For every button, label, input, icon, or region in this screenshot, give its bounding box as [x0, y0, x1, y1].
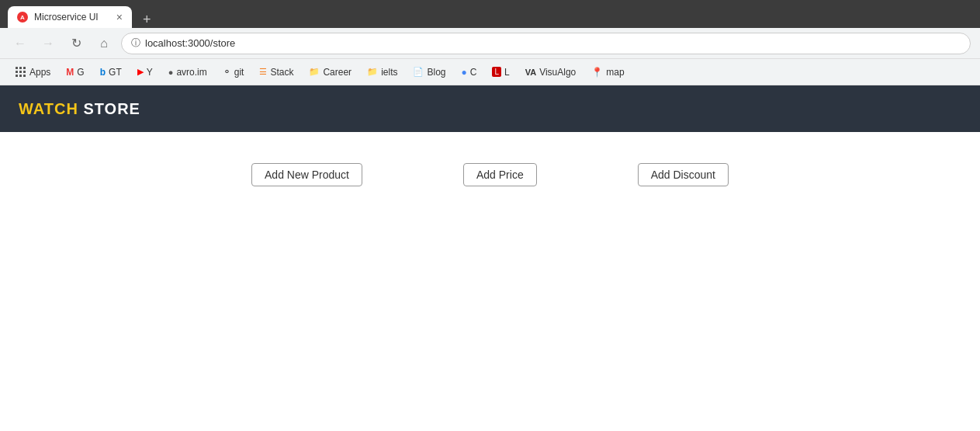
- tab-title: Microservice UI: [34, 12, 110, 23]
- tab-close-button[interactable]: ×: [116, 12, 123, 23]
- reload-icon: ↻: [71, 36, 81, 50]
- home-icon: ⌂: [100, 36, 108, 50]
- home-button[interactable]: ⌂: [93, 33, 115, 54]
- tab-bar: A Microservice UI × +: [8, 0, 158, 28]
- page-body: Add New Product Add Price Add Discount: [0, 132, 980, 427]
- bookmark-c[interactable]: ● C: [455, 64, 483, 80]
- bookmark-blog[interactable]: 📄 Blog: [407, 64, 452, 80]
- visusalgo-icon: VA: [525, 68, 536, 77]
- map-icon: 📍: [591, 67, 603, 78]
- apps-label: Apps: [29, 67, 50, 78]
- git-icon: ⚬: [223, 66, 231, 78]
- reload-button[interactable]: ↻: [65, 33, 87, 54]
- bookmark-ielts[interactable]: 📁 ielts: [361, 64, 403, 80]
- gmail-icon: M: [66, 67, 74, 78]
- bookmark-visusalgo[interactable]: VA VisuAlgo: [519, 64, 583, 80]
- bookmarks-bar: Apps M G b GT ▶ Y ● avro.im ⚬ git ☰ Stac…: [0, 59, 980, 85]
- add-discount-button[interactable]: Add Discount: [638, 163, 729, 186]
- action-buttons-row: Add New Product Add Price Add Discount: [251, 163, 729, 186]
- url-text: localhost:3000/store: [145, 37, 235, 49]
- bookmark-l[interactable]: L L: [486, 64, 515, 80]
- lock-icon: ⓘ: [131, 36, 140, 50]
- visusalgo-label: VisuAlgo: [539, 67, 576, 78]
- map-label: map: [606, 67, 624, 78]
- title-watch: WATCH: [19, 100, 78, 117]
- bookmark-career[interactable]: 📁 Career: [303, 64, 358, 80]
- l-label: L: [504, 67, 510, 78]
- git-label: git: [234, 67, 244, 78]
- avro-icon: ●: [168, 68, 174, 77]
- add-new-product-button[interactable]: Add New Product: [251, 163, 362, 186]
- bookmark-map[interactable]: 📍 map: [585, 64, 630, 80]
- address-bar[interactable]: ⓘ localhost:3000/store: [121, 33, 971, 54]
- new-tab-button[interactable]: +: [137, 12, 158, 28]
- bing-label: GT: [109, 67, 122, 78]
- avro-label: avro.im: [176, 67, 206, 78]
- ielts-label: ielts: [381, 67, 397, 78]
- stack-icon: ☰: [259, 67, 267, 77]
- forward-icon: →: [42, 36, 54, 50]
- blog-label: Blog: [427, 67, 445, 78]
- youtube-icon: ▶: [137, 67, 144, 77]
- bing-icon: b: [100, 67, 106, 78]
- forward-button[interactable]: →: [37, 33, 59, 54]
- youtube-label: Y: [147, 67, 153, 78]
- bookmark-apps[interactable]: Apps: [9, 64, 57, 80]
- bookmark-bing[interactable]: b GT: [94, 64, 128, 80]
- stack-label: Stack: [270, 67, 293, 78]
- ielts-icon: 📁: [367, 67, 378, 77]
- title-store: STORE: [78, 100, 140, 117]
- tab-favicon: A: [17, 12, 28, 23]
- apps-grid-icon: [16, 67, 26, 78]
- l-icon: L: [492, 67, 501, 77]
- page-header: WATCH STORE: [0, 85, 980, 132]
- gmail-label: G: [77, 67, 84, 78]
- back-button[interactable]: ←: [9, 33, 31, 54]
- bookmark-gmail[interactable]: M G: [60, 64, 90, 80]
- blog-icon: 📄: [413, 67, 424, 77]
- browser-chrome: A Microservice UI × +: [0, 0, 980, 28]
- career-icon: 📁: [309, 67, 320, 77]
- nav-bar: ← → ↻ ⌂ ⓘ localhost:3000/store: [0, 28, 980, 59]
- back-icon: ←: [14, 36, 26, 50]
- c-icon: ●: [462, 67, 467, 78]
- bookmark-avro[interactable]: ● avro.im: [162, 64, 213, 80]
- c-label: C: [470, 67, 477, 78]
- career-label: Career: [323, 67, 351, 78]
- bookmark-youtube[interactable]: ▶ Y: [131, 64, 159, 80]
- bookmark-git[interactable]: ⚬ git: [216, 64, 251, 80]
- page-title: WATCH STORE: [19, 100, 140, 118]
- add-price-button[interactable]: Add Price: [463, 163, 537, 186]
- active-tab[interactable]: A Microservice UI ×: [8, 6, 132, 28]
- bookmark-stack[interactable]: ☰ Stack: [253, 64, 300, 80]
